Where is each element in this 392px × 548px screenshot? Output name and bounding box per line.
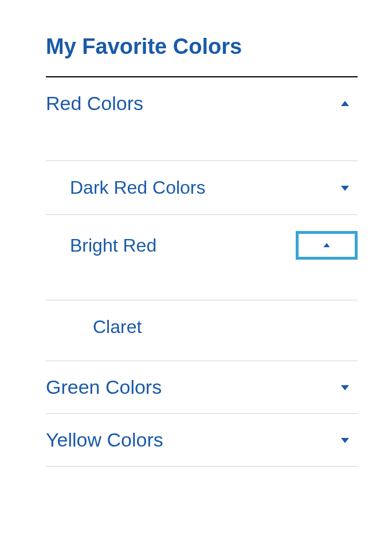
section-label: Dark Red Colors [70,177,206,198]
caret-down-icon [339,382,351,393]
section-header-bright-red[interactable]: Bright Red [46,215,358,300]
section-label: Green Colors [46,376,162,398]
section-label: Bright Red [70,235,156,256]
section-header-red-colors[interactable]: Red Colors [46,77,358,161]
svg-marker-4 [341,438,349,443]
caret-up-icon [339,98,351,109]
section-bright-red: Bright Red [46,215,358,300]
section-header-yellow-colors[interactable]: Yellow Colors [46,414,358,466]
item-label: Claret [93,316,142,337]
section-label: Red Colors [46,92,143,115]
section-header-green-colors[interactable]: Green Colors [46,361,358,413]
section-red-colors: Red Colors [46,77,358,161]
svg-marker-1 [341,186,349,191]
item-claret[interactable]: Claret [46,300,358,361]
section-header-dark-red-colors[interactable]: Dark Red Colors [46,161,358,214]
caret-up-focused-icon[interactable] [296,231,358,260]
caret-down-icon [339,182,351,194]
section-dark-red-colors: Dark Red Colors [46,161,358,215]
section-label: Yellow Colors [46,429,163,451]
section-yellow-colors: Yellow Colors [46,414,358,467]
page-title: My Favorite Colors [46,34,358,59]
svg-marker-2 [323,243,330,247]
section-green-colors: Green Colors [46,361,358,414]
caret-down-icon [339,435,351,446]
svg-marker-0 [341,101,349,106]
svg-marker-3 [341,385,349,390]
